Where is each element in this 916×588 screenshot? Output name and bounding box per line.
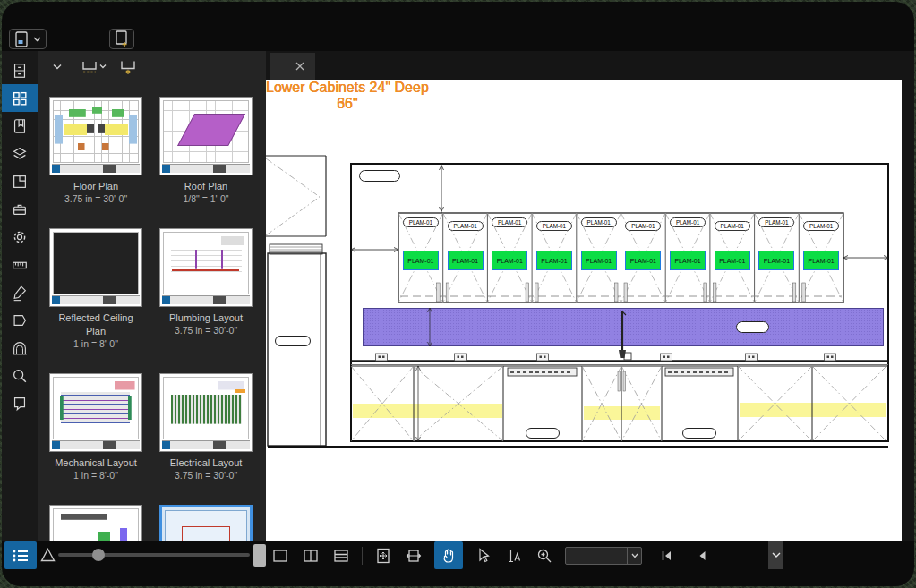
first-page-button[interactable] xyxy=(656,546,676,566)
menu-item[interactable] xyxy=(63,2,90,27)
sidebar-item-flags[interactable] xyxy=(2,306,38,334)
create-page-icon[interactable] xyxy=(119,58,139,75)
page-art xyxy=(163,377,249,439)
cabinet-finish-markup[interactable]: PLAM-01 xyxy=(536,251,572,270)
ruler-icon xyxy=(11,256,29,274)
cabinet-finish-tag: PLAM-01 xyxy=(670,217,706,227)
fit-width-button[interactable] xyxy=(404,546,424,566)
cabinet-finish-markup[interactable]: PLAM-01 xyxy=(492,251,527,270)
split-horizontal-button[interactable] xyxy=(331,546,351,566)
page-thumbnail[interactable]: Reflected Ceiling Plan 1 in = 8'-0" xyxy=(49,228,142,350)
page-preview xyxy=(49,373,142,452)
page-thumbnail[interactable]: Roof Plan 1/8" = 1'-0" xyxy=(159,97,253,205)
page-scale: 3.75 in = 30'-0" xyxy=(49,193,142,205)
cabinet-finish-markup[interactable]: PLAM-01 xyxy=(403,251,439,270)
zoom-tool-button[interactable] xyxy=(535,546,554,566)
page-scale: 1 in = 8'-0" xyxy=(49,338,142,350)
insert-pages-icon[interactable] xyxy=(81,58,107,75)
sidebar-item-markup-sign[interactable] xyxy=(2,278,38,306)
sidebar-item-measurements[interactable] xyxy=(2,251,38,278)
cabinet-finish-markup[interactable]: PLAM-01 xyxy=(581,251,617,270)
page-thumbnail[interactable]: Mechanical Layout 1 in = 8'-0" xyxy=(49,373,142,481)
sidebar-item-links[interactable] xyxy=(2,389,38,417)
sidebar-item-layers[interactable] xyxy=(2,140,38,167)
page-scale: 1/8" = 1'-0" xyxy=(159,193,253,205)
dishwasher-tag xyxy=(682,428,716,439)
search-icon xyxy=(11,367,29,385)
links-icon xyxy=(11,395,29,413)
pan-tool-button[interactable] xyxy=(434,541,463,569)
cabinet-finish-tag: PLAM-01 xyxy=(625,221,661,231)
statusbar-chevron-button[interactable] xyxy=(768,541,783,569)
document-properties-button[interactable] xyxy=(9,29,47,49)
page-art xyxy=(165,510,247,541)
panel-resize-grip[interactable] xyxy=(253,544,266,567)
upper-cabinet: PLAM-01 PLAM-01 xyxy=(487,213,532,303)
sidebar-item-search[interactable] xyxy=(2,362,38,389)
sidebar-item-sets[interactable] xyxy=(2,334,38,362)
page-preview xyxy=(49,505,142,541)
page-scale: 3.75 in = 30'-0" xyxy=(159,470,253,481)
cabinet-finish-tag: PLAM-01 xyxy=(448,221,484,231)
sidebar-item-bookmarks[interactable] xyxy=(2,112,38,140)
page-label: Reflected Ceiling Plan xyxy=(49,311,142,338)
fit-page-button[interactable] xyxy=(373,546,393,566)
chevron-down-icon[interactable] xyxy=(627,548,641,564)
cabinet-finish-markup[interactable]: PLAM-01 xyxy=(625,251,661,270)
warning-triangle-icon[interactable] xyxy=(40,548,56,562)
page-preview xyxy=(159,505,253,541)
page-thumbnail[interactable]: Electrical Layout 3.75 in = 30'-0" xyxy=(159,373,253,481)
drawing-canvas[interactable]: PLAM-01 PLAM-01 PLAM-01 PLAM-01 PLAM-01 … xyxy=(266,80,902,541)
page-preview xyxy=(159,373,253,452)
cabinet-finish-markup[interactable]: PLAM-01 xyxy=(758,251,794,270)
document-tab-bar xyxy=(266,51,914,80)
select-tool-button[interactable] xyxy=(474,546,493,566)
status-bar xyxy=(2,541,914,571)
gear-icon xyxy=(11,228,29,246)
file-access-icon xyxy=(11,62,29,80)
document-tab[interactable] xyxy=(270,53,315,80)
insert-page-button[interactable] xyxy=(109,29,134,49)
thumbnails-scrollbar[interactable] xyxy=(58,553,250,557)
chevron-down-icon[interactable] xyxy=(53,64,62,70)
sidebar-item-tool-chest[interactable] xyxy=(2,195,38,223)
lower-cabinet-note[interactable]: Lower Cabinets 24" Deep 66" xyxy=(266,80,429,111)
sidebar-item-spaces[interactable] xyxy=(2,167,38,195)
cabinet-finish-markup[interactable]: PLAM-01 xyxy=(448,251,484,270)
menu-item[interactable] xyxy=(9,2,36,27)
menu-item[interactable] xyxy=(143,2,170,27)
cabinet-finish-markup[interactable]: PLAM-01 xyxy=(670,251,706,270)
menu-item[interactable] xyxy=(224,2,251,27)
sidebar-item-thumbnails[interactable] xyxy=(2,84,38,112)
chevron-down-icon xyxy=(33,37,41,42)
zoom-level-select[interactable] xyxy=(565,547,642,565)
markups-list-button[interactable] xyxy=(4,541,37,569)
menu-item[interactable] xyxy=(197,2,224,27)
bookmarks-icon xyxy=(11,117,29,135)
sidebar-item-file-access[interactable] xyxy=(2,56,38,84)
page-thumbnail[interactable] xyxy=(159,505,253,541)
split-vertical-button[interactable] xyxy=(301,546,321,566)
upper-cabinet: PLAM-01 PLAM-01 xyxy=(755,213,800,303)
menu-item[interactable] xyxy=(170,2,197,27)
close-icon[interactable] xyxy=(295,62,304,71)
menu-item[interactable] xyxy=(90,2,116,27)
menu-item[interactable] xyxy=(36,2,63,27)
page-thumbnail[interactable]: Floor Plan 3.75 in = 30'-0" xyxy=(49,97,142,205)
page-thumbnail[interactable] xyxy=(49,505,142,541)
previous-page-button[interactable] xyxy=(692,546,712,566)
scrollbar-thumb[interactable] xyxy=(92,549,105,561)
page-label: Mechanical Layout xyxy=(49,456,142,470)
select-text-button[interactable] xyxy=(504,546,524,566)
cabinet-finish-markup[interactable]: PLAM-01 xyxy=(715,251,750,270)
upper-cabinet: PLAM-01 PLAM-01 xyxy=(532,213,577,303)
sidebar-item-properties[interactable] xyxy=(2,223,38,251)
single-page-view-button[interactable] xyxy=(270,546,290,566)
layers-icon xyxy=(11,145,29,163)
toolbar-separator xyxy=(362,547,363,565)
revu-application-window: Floor Plan 3.75 in = 30'-0" Roof Plan 1/… xyxy=(2,2,914,586)
page-thumbnail[interactable]: Plumbing Layout 3.75 in = 30'-0" xyxy=(159,228,253,350)
cabinet-finish-markup[interactable]: PLAM-01 xyxy=(803,251,839,270)
cabinet-finish-tag: PLAM-01 xyxy=(803,221,839,231)
menu-item[interactable] xyxy=(116,2,143,27)
